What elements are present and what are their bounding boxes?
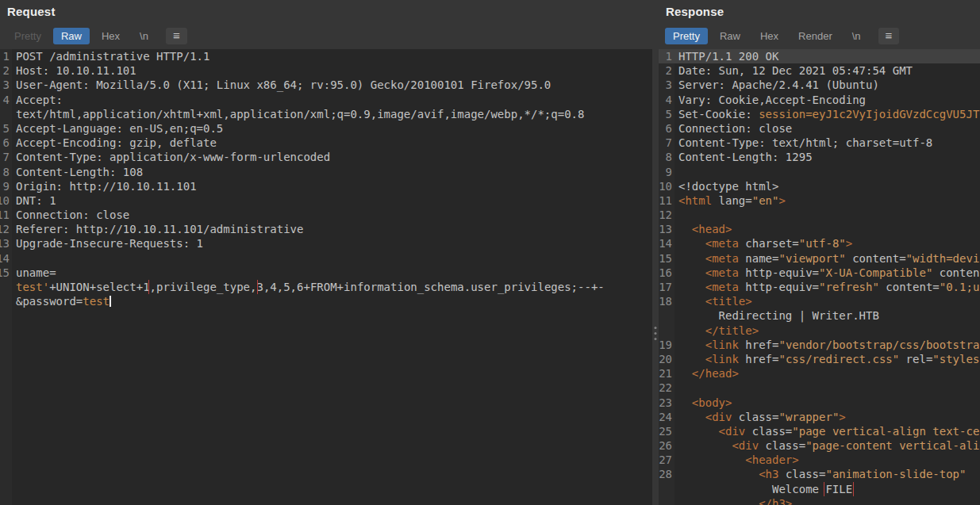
code-line: 20 <link href="css/redirect.css" rel="st…	[659, 352, 980, 366]
code-line: text/html,application/xhtml+xml,applicat…	[0, 107, 652, 121]
code-segment: test'	[16, 281, 49, 293]
line-number: 28	[659, 467, 672, 481]
code-segment: Connection: close	[16, 209, 129, 221]
code-text: Connection: close	[12, 208, 652, 222]
code-text: Set-Cookie: session=eyJ1c2VyIjoidGVzdCcg…	[674, 107, 980, 121]
code-segment: Upgrade-Insecure-Requests: 1	[16, 237, 203, 250]
line-number: 20	[659, 352, 672, 366]
request-tabbar: PrettyRawHex\n≡	[0, 22, 652, 49]
line-number-gutter: 3	[0, 78, 12, 92]
line-number-gutter: 12	[659, 208, 674, 222]
code-segment: "page-content vertical-align-middle"	[805, 439, 980, 452]
code-segment	[678, 353, 705, 365]
burp-repeater-view: Request PrettyRawHex\n≡ 1POST /administr…	[0, 0, 980, 505]
response-tabbar: PrettyRawHexRender\n≡	[659, 22, 980, 49]
code-line: 25 <div class="page vertical-align text-…	[659, 424, 980, 438]
line-number-gutter: 17	[659, 280, 674, 294]
code-segment	[678, 425, 719, 438]
panel-splitter[interactable]	[652, 0, 659, 505]
code-line: 5Accept-Language: en-US,en;q=0.5	[0, 121, 652, 136]
code-text: <div class="page vertical-align text-cen…	[674, 424, 980, 438]
line-number-gutter: 4	[659, 93, 674, 107]
code-line: 2Date: Sun, 12 Dec 2021 05:47:54 GMT	[659, 63, 980, 78]
line-number-gutter: 18	[659, 294, 674, 308]
line-number: 6	[3, 136, 10, 150]
red-highlight-box: FILE	[825, 483, 852, 495]
code-segment: href=	[739, 339, 779, 351]
code-segment: "animation-slide-top"	[825, 468, 966, 480]
line-number-gutter: 5	[0, 121, 12, 136]
code-text: <div class="page-content vertical-align-…	[674, 438, 980, 453]
line-number: 11	[0, 208, 10, 222]
line-number: 11	[659, 193, 672, 208]
code-line: 27 <header>	[659, 453, 980, 467]
code-line: </title>	[659, 323, 980, 338]
code-line: 21 </head>	[659, 366, 980, 381]
line-number: 12	[0, 222, 10, 236]
response-editor[interactable]: 1HTTP/1.1 200 OK2Date: Sun, 12 Dec 2021 …	[659, 49, 980, 505]
tab-pretty[interactable]: Pretty	[6, 28, 49, 44]
line-number-gutter: 25	[659, 424, 674, 438]
code-segment: <link	[705, 339, 739, 351]
splitter-drag-handle-icon[interactable]	[655, 327, 657, 340]
code-line: 13 <head>	[659, 222, 980, 236]
code-line: 9Origin: http://10.10.11.101	[0, 179, 652, 193]
editor-menu-button[interactable]: ≡	[878, 28, 900, 44]
editor-menu-button[interactable]: ≡	[166, 28, 187, 44]
code-line: 2Host: 10.10.11.101	[0, 63, 652, 78]
code-segment: <!doctype html>	[678, 180, 778, 193]
line-number: 6	[666, 121, 672, 136]
code-text: <body>	[674, 396, 980, 410]
line-number-gutter: 13	[0, 236, 12, 251]
code-segment: <meta	[705, 266, 739, 279]
line-number-gutter: 2	[659, 63, 674, 78]
code-line: 10DNT: 1	[0, 193, 652, 208]
code-segment: Origin: http://10.10.11.101	[16, 180, 197, 193]
code-text: POST /administrative HTTP/1.1	[12, 49, 652, 63]
code-segment: http-equiv=	[739, 266, 819, 279]
code-segment: Referer: http://10.10.11.101/administrat…	[16, 223, 303, 235]
tab-pretty[interactable]: Pretty	[665, 28, 708, 44]
line-number-gutter: 13	[659, 222, 674, 236]
code-segment: User-Agent: Mozilla/5.0 (X11; Linux x86_…	[16, 78, 551, 91]
code-text: Accept-Encoding: gzip, deflate	[12, 136, 652, 150]
line-number: 18	[659, 294, 672, 308]
line-number: 10	[659, 179, 672, 193]
code-segment: <meta	[705, 252, 739, 265]
code-segment	[678, 324, 705, 337]
code-segment	[678, 453, 745, 466]
code-line: 7Content-Type: application/x-www-form-ur…	[0, 150, 652, 164]
line-number: 9	[3, 179, 10, 193]
code-segment	[678, 237, 705, 250]
line-number-gutter: 22	[659, 381, 674, 395]
tab-hex[interactable]: Hex	[94, 28, 128, 44]
line-number-gutter: 24	[659, 410, 674, 424]
line-number-gutter: 15	[0, 266, 12, 280]
code-line: 7Content-Type: text/html; charset=utf-8	[659, 136, 980, 150]
tab-n[interactable]: \n	[132, 28, 156, 44]
tab-render[interactable]: Render	[790, 28, 840, 44]
line-number-gutter: 14	[0, 251, 12, 266]
tab-n[interactable]: \n	[844, 28, 869, 44]
code-segment	[678, 396, 692, 409]
tab-hex[interactable]: Hex	[752, 28, 786, 44]
code-segment: content=	[879, 281, 940, 293]
line-number-gutter: 16	[659, 266, 674, 280]
code-line: 10<!doctype html>	[659, 179, 980, 193]
text-cursor	[110, 296, 111, 307]
line-number-gutter: 19	[659, 338, 674, 352]
code-line: </h3>	[659, 496, 980, 505]
line-number-gutter: 12	[0, 222, 12, 236]
code-line: 11<html lang="en">	[659, 193, 980, 208]
code-segment: uname=	[16, 266, 56, 279]
line-number-gutter: 20	[659, 352, 674, 366]
code-segment: <meta	[705, 237, 739, 250]
tab-raw[interactable]: Raw	[53, 28, 90, 44]
line-number: 8	[666, 150, 672, 164]
code-text: Redirecting | Writer.HTB	[674, 308, 980, 323]
line-number-gutter: 10	[0, 193, 12, 208]
code-segment: >	[846, 237, 852, 250]
tab-raw[interactable]: Raw	[712, 28, 748, 44]
code-segment: <div	[719, 425, 746, 438]
request-editor[interactable]: 1POST /administrative HTTP/1.12Host: 10.…	[0, 49, 652, 505]
